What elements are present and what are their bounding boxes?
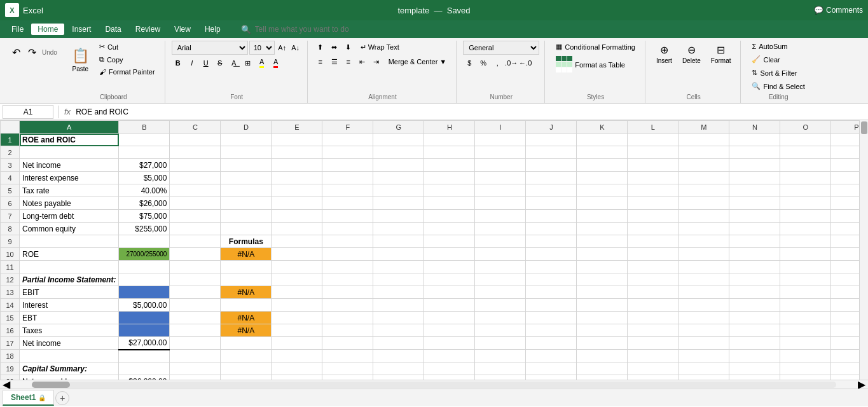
row-header-17[interactable]: 17 [1, 337, 20, 350]
increase-font-button[interactable]: A↑ [276, 41, 289, 54]
cell-empty[interactable] [679, 299, 729, 312]
cell-I4[interactable] [475, 172, 526, 184]
cell-D15[interactable]: #N/A [221, 312, 272, 324]
cell-B16[interactable] [119, 324, 170, 337]
cell-empty[interactable] [831, 324, 859, 337]
col-header-I[interactable]: I [475, 121, 526, 134]
cell-empty[interactable] [729, 223, 780, 235]
cell-K8[interactable] [577, 223, 628, 235]
cell-empty[interactable] [780, 337, 831, 350]
cell-empty[interactable] [679, 362, 729, 375]
cell-empty[interactable] [780, 324, 831, 337]
row-header-8[interactable]: 8 [1, 223, 20, 235]
align-top-button[interactable]: ⬆ [314, 41, 327, 53]
cell-L6[interactable] [628, 197, 679, 210]
row-header-19[interactable]: 19 [1, 362, 20, 375]
cell-K7[interactable] [577, 210, 628, 223]
cell-J2[interactable] [526, 146, 577, 159]
decrease-decimal-button[interactable]: ←.0 [519, 57, 532, 69]
clear-button[interactable]: 🧹 Clear [747, 53, 809, 66]
cell-L12[interactable] [628, 273, 679, 286]
cell-I8[interactable] [475, 223, 526, 235]
cell-empty[interactable] [831, 235, 859, 248]
cell-empty[interactable] [679, 375, 729, 380]
cell-L3[interactable] [628, 159, 679, 172]
cell-E10[interactable] [272, 248, 322, 261]
cell-G16[interactable] [373, 324, 424, 337]
cell-G7[interactable] [373, 210, 424, 223]
cell-K12[interactable] [577, 273, 628, 286]
font-color-button[interactable]: A [270, 57, 282, 69]
cell-E7[interactable] [272, 210, 322, 223]
cell-empty[interactable] [679, 197, 729, 210]
bold-button[interactable]: B [172, 57, 184, 69]
cell-L9[interactable] [628, 235, 679, 248]
cell-empty[interactable] [729, 324, 780, 337]
cell-G12[interactable] [373, 273, 424, 286]
cell-empty[interactable] [831, 172, 859, 184]
cell-I14[interactable] [475, 299, 526, 312]
cell-F5[interactable] [322, 184, 373, 197]
cell-empty[interactable] [729, 337, 780, 350]
cell-J6[interactable] [526, 197, 577, 210]
cell-empty[interactable] [679, 337, 729, 350]
cell-empty[interactable] [780, 248, 831, 261]
cell-F6[interactable] [322, 197, 373, 210]
cell-K11[interactable] [577, 261, 628, 273]
cell-F1[interactable] [322, 134, 373, 146]
cell-J16[interactable] [526, 324, 577, 337]
cell-F15[interactable] [322, 312, 373, 324]
align-left-button[interactable]: ≡ [314, 55, 327, 68]
cell-I9[interactable] [475, 235, 526, 248]
cell-F13[interactable] [322, 286, 373, 299]
col-header-J[interactable]: J [526, 121, 577, 134]
sort-filter-button[interactable]: ⇅ Sort & Filter [747, 67, 809, 79]
cell-F2[interactable] [322, 146, 373, 159]
row-header-13[interactable]: 13 [1, 286, 20, 299]
cell-L17[interactable] [628, 337, 679, 350]
align-bottom-button[interactable]: ⬇ [342, 41, 355, 53]
col-header-A[interactable]: A [20, 121, 119, 134]
cell-empty[interactable] [780, 362, 831, 375]
cell-E14[interactable] [272, 299, 322, 312]
cell-L19[interactable] [628, 362, 679, 375]
cell-G8[interactable] [373, 223, 424, 235]
decrease-indent-button[interactable]: ⇤ [356, 55, 369, 68]
cell-empty[interactable] [780, 134, 831, 146]
cell-J12[interactable] [526, 273, 577, 286]
cell-D20[interactable] [221, 375, 272, 380]
cell-C11[interactable] [170, 261, 221, 273]
cell-empty[interactable] [679, 273, 729, 286]
cell-H6[interactable] [424, 197, 475, 210]
cell-B10[interactable]: 27000/255000 [119, 248, 170, 261]
cell-empty[interactable] [831, 350, 859, 362]
cell-A17[interactable]: Net income [20, 337, 119, 350]
cell-K19[interactable] [577, 362, 628, 375]
cell-J4[interactable] [526, 172, 577, 184]
cell-G4[interactable] [373, 172, 424, 184]
cell-K16[interactable] [577, 324, 628, 337]
col-header-H[interactable]: H [424, 121, 475, 134]
cell-F9[interactable] [322, 235, 373, 248]
cell-A15[interactable]: EBT [20, 312, 119, 324]
cell-D2[interactable] [221, 146, 272, 159]
cell-E19[interactable] [272, 362, 322, 375]
cell-empty[interactable] [831, 375, 859, 380]
cell-empty[interactable] [679, 350, 729, 362]
insert-cells-button[interactable]: ⊕ Insert [652, 41, 677, 67]
cell-empty[interactable] [780, 261, 831, 273]
cell-F11[interactable] [322, 261, 373, 273]
currency-button[interactable]: $ [463, 57, 476, 69]
cell-G1[interactable] [373, 134, 424, 146]
cell-G20[interactable] [373, 375, 424, 380]
cell-H1[interactable] [424, 134, 475, 146]
cell-I18[interactable] [475, 350, 526, 362]
cell-F17[interactable] [322, 337, 373, 350]
cut-button[interactable]: ✂ Cut [95, 41, 160, 53]
cell-K14[interactable] [577, 299, 628, 312]
menu-data[interactable]: Data [99, 24, 127, 35]
cell-empty[interactable] [831, 337, 859, 350]
paste-button[interactable]: 📋 Paste [67, 41, 93, 79]
cell-A1[interactable]: ROE and ROIC [20, 134, 119, 146]
sheet-tab-sheet1[interactable]: Sheet1 🔒 [3, 390, 54, 406]
